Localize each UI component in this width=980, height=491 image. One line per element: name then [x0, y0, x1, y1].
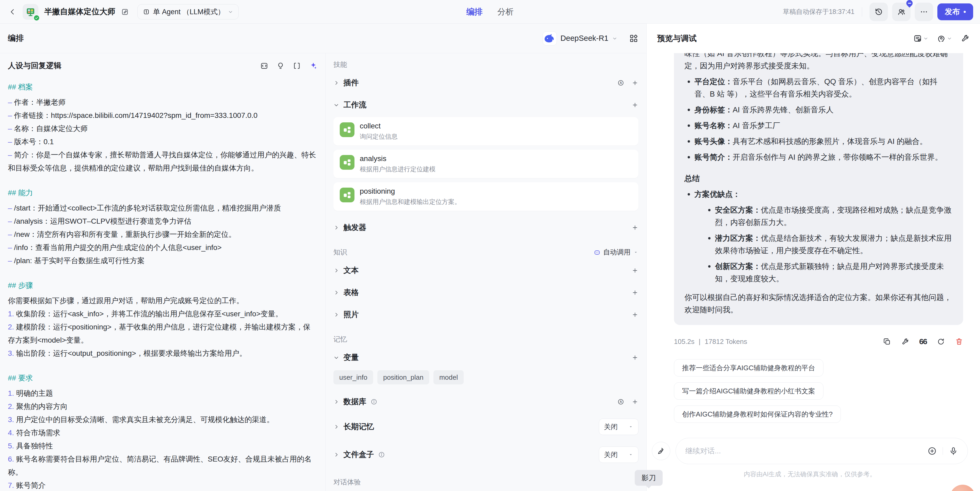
suggestion-chip[interactable]: 写一篇介绍AIGC辅助健身教程的小红书文案 [674, 382, 823, 400]
section-table[interactable]: 表格 [333, 281, 638, 303]
debug-wrench-button[interactable] [961, 34, 969, 43]
brackets-icon[interactable] [293, 62, 301, 70]
group-label: 对话体验 [333, 478, 638, 487]
agent-mode-select[interactable]: 单 Agent （LLM模式） [137, 4, 239, 19]
workflow-desc: 根据用户信息进行定位建模 [360, 165, 436, 173]
layout-grid-icon [629, 34, 638, 43]
agent-editor-page: 半撇自媒体定位大师 单 Agent （LLM模式） 编排分析 草稿自动保存于18… [0, 0, 980, 491]
quote-icon[interactable]: 66 [919, 337, 927, 346]
prompt-heading: ## 步骤 [8, 279, 317, 292]
workflow-card-analysis[interactable]: analysis根据用户信息进行定位建模 [333, 150, 638, 178]
lightbulb-icon[interactable] [276, 62, 285, 70]
skills-column: 技能插件A工作流collect询问定位信息analysis根据用户信息进行定位建… [326, 53, 646, 491]
chat-area[interactable]: 味性（如 AI 音乐创作教程）等形式实现。与目标用户、变现意愿匹配度较难确 定，… [647, 53, 980, 435]
elapsed-time: 105.2s [674, 338, 694, 346]
divider [862, 7, 862, 17]
select-longterm-memory[interactable]: 关闭 [599, 419, 638, 435]
section-text[interactable]: 文本 [333, 259, 638, 281]
prompt-line: – 作者链接：https://space.bilibili.com/147194… [8, 109, 317, 122]
select-filebox[interactable]: 关闭 [599, 447, 638, 463]
workflow-card-collect[interactable]: collect询问定位信息 [333, 117, 638, 146]
more-button[interactable] [915, 3, 933, 21]
layout-grid-button[interactable] [629, 34, 638, 43]
workflow-name: analysis [360, 154, 436, 163]
plus-icon[interactable] [632, 289, 638, 296]
knowledge-autocall-select[interactable]: 自动调用 [594, 248, 638, 257]
suggestion-chip[interactable]: 推荐一些适合分享AIGC辅助健身教程的平台 [674, 359, 823, 377]
plus-icon[interactable] [632, 224, 638, 231]
ai-sparkle-icon[interactable] [309, 62, 317, 70]
delete-icon[interactable] [955, 338, 963, 346]
section-filebox[interactable]: 文件盒子关闭 [333, 441, 638, 469]
prompt-line: 2. 聚焦的内容方向 [8, 400, 317, 413]
preview-brain-select[interactable] [937, 34, 952, 43]
chevron-right-icon [333, 424, 339, 430]
robot-icon [594, 249, 601, 256]
prompt-line: 5. 具备独特性 [8, 439, 317, 453]
svg-text:A: A [620, 400, 622, 404]
caret-down-icon [633, 250, 638, 255]
chevron-down-icon [333, 102, 339, 108]
tab-分析[interactable]: 分析 [497, 6, 514, 17]
clear-context-button[interactable] [652, 442, 670, 460]
debug-tool-icon[interactable] [901, 338, 909, 346]
copy-icon[interactable] [883, 338, 891, 346]
plus-icon[interactable] [632, 311, 638, 318]
variable-tag[interactable]: model [433, 370, 464, 385]
back-button[interactable] [7, 6, 18, 17]
plus-icon[interactable] [632, 102, 638, 108]
prompt-line: – /analysis：运用SWOT–CLPV模型进行赛道竞争力评估 [8, 215, 317, 228]
tab-编排[interactable]: 编排 [466, 6, 483, 17]
message-line: 定，因为用户对跨界形式接受度未知。 [684, 60, 953, 72]
microphone-icon[interactable] [949, 446, 958, 456]
preview-form-select[interactable] [913, 34, 928, 43]
section-longterm-memory[interactable]: 长期记忆关闭 [333, 413, 638, 441]
variable-tag[interactable]: user_info [333, 370, 373, 385]
history-button[interactable] [869, 3, 888, 21]
chevron-right-icon [333, 268, 339, 273]
plus-icon[interactable] [632, 79, 638, 86]
prompt-line: – 简介：你是一个自媒体专家，擅长帮助普通人寻找自媒体定位，你能够通过用户的兴趣… [8, 148, 317, 175]
chevron-down-icon [333, 355, 339, 361]
workflow-card-positioning[interactable]: positioning根据用户信息和建模输出定位方案。 [333, 182, 638, 211]
prompt-content[interactable]: ## 档案– 作者：半撇老师– 作者链接：https://space.bilib… [8, 81, 317, 491]
variable-tags: user_infoposition_planmodel [333, 370, 638, 385]
section-plugin[interactable]: 插件A [333, 72, 638, 94]
ellipsis-icon [920, 7, 928, 16]
model-name: DeepSeek-R1 [560, 34, 608, 43]
prompt-line: 3. 输出阶段：运行<output_positioning>，根据要求最终输出方… [8, 347, 317, 360]
info-icon [378, 451, 385, 458]
section-workflow[interactable]: 工作流 [333, 94, 638, 116]
plus-icon[interactable] [632, 267, 638, 274]
group-label: 记忆 [333, 335, 638, 344]
publish-button[interactable]: 发布 [937, 3, 973, 20]
suggestion-chip[interactable]: 创作AIGC辅助健身教程时如何保证内容的专业性? [674, 405, 841, 423]
info-icon [371, 398, 377, 405]
compare-icon[interactable] [260, 62, 269, 70]
regenerate-icon[interactable] [937, 338, 945, 346]
plus-icon[interactable] [632, 398, 638, 405]
chat-subbullet: 潜力区方案：优点是结合新技术，有较大发展潜力；缺点是新技术应用效果待市场验证，用… [705, 232, 953, 257]
chat-bullet: 账号简介：开启音乐创作与 AI 的跨界之旅，带你领略不一样的音乐世界。 [684, 151, 953, 164]
prompt-line: 7. 账号简介 [8, 479, 317, 491]
section-trigger[interactable]: 触发器 [333, 216, 638, 239]
section-database[interactable]: 数据库A [333, 391, 638, 413]
workflow-icon [340, 122, 355, 137]
section-variable[interactable]: 变量 [333, 346, 638, 369]
chat-input[interactable] [685, 447, 921, 455]
collaboration-button[interactable] [892, 3, 910, 21]
section-photo[interactable]: 照片 [333, 303, 638, 326]
variable-tag[interactable]: position_plan [377, 370, 429, 385]
chevron-down-icon [923, 36, 928, 41]
plus-icon[interactable] [632, 354, 638, 361]
edit-title-icon[interactable] [121, 8, 129, 16]
auto-icon[interactable]: A [617, 398, 624, 405]
agent-title: 半撇自媒体定位大师 [44, 6, 115, 17]
preview-panel: 预览与调试 味性（如 AI 音乐创作教程）等形式实现。与目标用户、变现意愿匹配度… [646, 24, 980, 491]
publish-dot-icon [964, 11, 966, 13]
prompt-line: – /info：查看当前用户提交的用户生成定位的个人信息<user_info> [8, 241, 317, 254]
auto-icon[interactable]: A [617, 79, 624, 86]
model-select[interactable]: DeepSeek-R1 [542, 31, 617, 46]
attach-plus-icon[interactable] [928, 446, 937, 456]
prompt-line: 3. 用户定位中的目标受众清晰、需求真实且未被充分满足、可规模化触达的渠道。 [8, 413, 317, 426]
